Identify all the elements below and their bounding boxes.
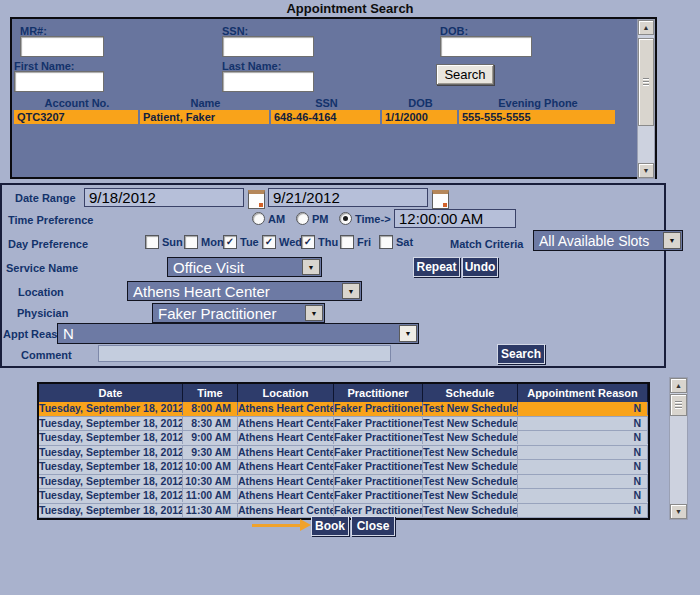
slot-cell: 9:00 AM	[183, 431, 238, 444]
dropdown-arrow-icon[interactable]: ▼	[302, 259, 320, 275]
scrollbar-grip-icon	[675, 401, 682, 409]
service-name-dropdown[interactable]: Office Visit ▼	[167, 257, 322, 277]
mr-input[interactable]	[20, 36, 104, 57]
slot-cell: Faker Practitioner	[334, 431, 423, 444]
comment-input[interactable]	[98, 345, 391, 362]
dropdown-arrow-icon[interactable]: ▼	[305, 305, 323, 321]
checkbox-icon[interactable]	[379, 235, 393, 249]
location-value: Athens Heart Center	[133, 283, 270, 300]
criteria-search-button[interactable]: Search	[497, 344, 545, 364]
last-name-input[interactable]	[222, 71, 314, 92]
results-column-header: SSN	[271, 97, 382, 109]
slot-cell: 10:00 AM	[183, 460, 238, 473]
search-criteria-panel: Date Range Time Preference AMPMTime-> Da…	[0, 183, 666, 368]
scrollbar-thumb[interactable]	[638, 38, 654, 126]
calendar-icon[interactable]	[248, 190, 265, 209]
time-option[interactable]: PM	[296, 212, 329, 225]
day-option[interactable]: Sun	[145, 235, 183, 249]
slot-cell: Tuesday, September 18, 2012	[39, 431, 183, 444]
match-criteria-dropdown[interactable]: All Available Slots ▼	[533, 230, 683, 251]
slot-row[interactable]: Tuesday, September 18, 20129:00 AMAthens…	[39, 431, 648, 446]
day-option[interactable]: Sat	[379, 235, 413, 249]
first-name-input[interactable]	[14, 71, 104, 92]
time-option-label: Time->	[355, 213, 391, 225]
location-label: Location	[18, 286, 64, 298]
slot-row[interactable]: Tuesday, September 18, 20129:30 AMAthens…	[39, 446, 648, 461]
result-cell: 555-555-5555	[459, 110, 615, 124]
slot-cell: Faker Practitioner	[334, 417, 423, 430]
slot-cell: 8:00 AM	[183, 402, 238, 415]
repeat-button[interactable]: Repeat	[413, 257, 460, 277]
physician-value: Faker Practitioner	[158, 305, 276, 322]
scroll-up-icon[interactable]: ▲	[638, 20, 654, 35]
result-row[interactable]: QTC3207Patient, Faker648-46-41641/1/2000…	[12, 110, 619, 124]
slot-cell: 9:30 AM	[183, 446, 238, 459]
patient-results-scrollbar[interactable]: ▲ ▼	[637, 19, 655, 179]
physician-dropdown[interactable]: Faker Practitioner ▼	[152, 303, 325, 323]
patient-search-panel: MR#: SSN: DOB: First Name: Last Name: Se…	[10, 17, 657, 179]
slot-cell: Tuesday, September 18, 2012	[39, 460, 183, 473]
comment-label: Comment	[21, 349, 72, 361]
scrollbar-thumb[interactable]	[670, 394, 687, 416]
slots-column-header: Location	[238, 384, 334, 402]
day-option-label: Fri	[357, 236, 371, 248]
slot-cell: Athens Heart Center	[238, 431, 334, 444]
date-start-input[interactable]	[84, 188, 244, 207]
slot-cell: N	[518, 475, 648, 488]
slot-cell: N	[518, 504, 648, 517]
slot-cell: Faker Practitioner	[334, 446, 423, 459]
day-option[interactable]: Fri	[340, 235, 371, 249]
radio-icon[interactable]	[296, 212, 309, 225]
checkbox-icon[interactable]: ✓	[301, 235, 315, 249]
slot-row[interactable]: Tuesday, September 18, 201210:00 AMAthen…	[39, 460, 648, 475]
slot-cell: 10:30 AM	[183, 475, 238, 488]
checkbox-icon[interactable]: ✓	[223, 235, 237, 249]
radio-icon[interactable]	[252, 212, 265, 225]
slot-row[interactable]: Tuesday, September 18, 20128:30 AMAthens…	[39, 417, 648, 432]
undo-button[interactable]: Undo	[462, 257, 498, 277]
time-option[interactable]: AM	[252, 212, 285, 225]
calendar-icon[interactable]	[432, 190, 449, 209]
patient-search-button[interactable]: Search	[436, 64, 494, 85]
date-end-input[interactable]	[268, 188, 428, 207]
close-button[interactable]: Close	[351, 516, 395, 536]
scroll-down-icon[interactable]: ▼	[638, 163, 654, 178]
slot-cell: 11:30 AM	[183, 504, 238, 517]
time-option[interactable]: Time->	[339, 212, 391, 225]
day-option[interactable]: ✓Thu	[301, 235, 338, 249]
checkbox-icon[interactable]: ✓	[262, 235, 276, 249]
checkbox-icon[interactable]	[145, 235, 159, 249]
results-column-header: DOB	[382, 97, 459, 109]
results-column-header: Name	[140, 97, 271, 109]
time-input[interactable]	[394, 209, 516, 228]
checkbox-icon[interactable]	[340, 235, 354, 249]
radio-icon[interactable]	[339, 212, 352, 225]
day-preference-label: Day Preference	[8, 238, 88, 250]
day-option[interactable]: Mon	[184, 235, 224, 249]
result-cell: 648-46-4164	[271, 110, 380, 124]
book-button[interactable]: Book	[311, 516, 349, 536]
dropdown-arrow-icon[interactable]: ▼	[399, 325, 417, 342]
slot-cell: Tuesday, September 18, 2012	[39, 489, 183, 502]
ssn-input[interactable]	[222, 36, 314, 57]
appt-reason-dropdown[interactable]: N ▼	[57, 323, 419, 344]
slot-row[interactable]: Tuesday, September 18, 20128:00 AMAthens…	[39, 402, 648, 417]
day-option-label: Thu	[318, 236, 338, 248]
dob-input[interactable]	[440, 36, 532, 57]
checkbox-icon[interactable]	[184, 235, 198, 249]
dropdown-arrow-icon[interactable]: ▼	[342, 283, 360, 299]
slot-row[interactable]: Tuesday, September 18, 201211:00 AMAthen…	[39, 489, 648, 504]
day-option-label: Wed	[279, 236, 302, 248]
location-dropdown[interactable]: Athens Heart Center ▼	[127, 281, 362, 301]
day-option[interactable]: ✓Tue	[223, 235, 259, 249]
dropdown-arrow-icon[interactable]: ▼	[663, 232, 681, 249]
scroll-down-icon[interactable]: ▼	[670, 504, 687, 519]
slot-cell: Faker Practitioner	[334, 489, 423, 502]
slot-cell: Test New Schedule	[423, 504, 518, 517]
appointment-search-page: Appointment Search MR#: SSN: DOB: First …	[0, 0, 700, 595]
slots-scrollbar[interactable]: ▲ ▼	[669, 377, 688, 520]
slot-row[interactable]: Tuesday, September 18, 201210:30 AMAthen…	[39, 475, 648, 490]
slot-cell: Tuesday, September 18, 2012	[39, 402, 183, 415]
scroll-up-icon[interactable]: ▲	[670, 378, 687, 393]
day-option[interactable]: ✓Wed	[262, 235, 302, 249]
